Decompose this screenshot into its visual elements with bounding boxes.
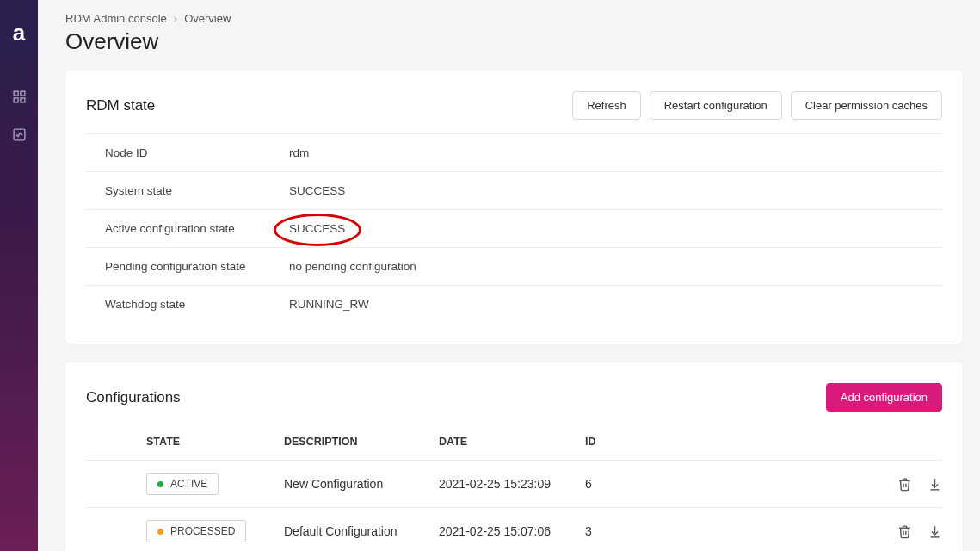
col-header-description: DESCRIPTION xyxy=(284,436,439,448)
state-value: SUCCESS xyxy=(289,184,345,197)
state-label: Pending configuration state xyxy=(105,260,289,273)
state-value: SUCCESS xyxy=(289,222,345,235)
cell-date: 2021-02-25 15:23:09 xyxy=(439,477,585,491)
config-table-header: STATE DESCRIPTION DATE ID xyxy=(86,425,942,460)
state-label: System state xyxy=(105,184,289,197)
breadcrumb: RDM Admin console › Overview xyxy=(65,12,963,25)
status-text: ACTIVE xyxy=(170,478,207,490)
status-text: PROCESSED xyxy=(170,525,235,537)
main-content: RDM Admin console › Overview Overview RD… xyxy=(38,0,980,551)
trash-icon xyxy=(897,524,912,539)
cell-description: New Configuration xyxy=(284,477,439,491)
download-icon xyxy=(928,524,942,539)
download-icon xyxy=(928,477,942,492)
refresh-button[interactable]: Refresh xyxy=(572,91,641,120)
state-row: Active configuration state SUCCESS xyxy=(86,209,942,247)
svg-rect-3 xyxy=(20,97,24,102)
state-value: RUNNING_RW xyxy=(289,298,369,311)
state-label: Active configuration state xyxy=(105,222,289,235)
svg-rect-2 xyxy=(14,97,18,102)
state-card-title: RDM state xyxy=(86,97,155,115)
configurations-card: Configurations Add configuration STATE D… xyxy=(65,362,963,551)
breadcrumb-root[interactable]: RDM Admin console xyxy=(65,12,167,25)
state-row: System state SUCCESS xyxy=(86,171,942,209)
activity-icon xyxy=(12,127,27,142)
state-value-text: SUCCESS xyxy=(289,222,345,235)
status-dot-icon xyxy=(157,481,163,487)
state-row: Pending configuration state no pending c… xyxy=(86,247,942,285)
config-table: STATE DESCRIPTION DATE ID ACTIVE New Con… xyxy=(86,425,942,551)
col-header-id: ID xyxy=(585,436,873,448)
col-header-date: DATE xyxy=(439,436,585,448)
state-label: Node ID xyxy=(105,146,289,159)
svg-rect-1 xyxy=(20,91,24,96)
cell-date: 2021-02-25 15:07:06 xyxy=(439,524,585,538)
grid-icon xyxy=(12,90,27,104)
state-value: no pending configuration xyxy=(289,260,416,273)
sidebar: a xyxy=(0,0,38,551)
config-card-title: Configurations xyxy=(86,389,181,406)
trash-icon xyxy=(897,477,912,492)
sidebar-item-activity[interactable] xyxy=(0,115,38,153)
restart-config-button[interactable]: Restart configuration xyxy=(650,91,782,120)
breadcrumb-current: Overview xyxy=(184,12,231,25)
state-value: rdm xyxy=(289,146,309,159)
page-title: Overview xyxy=(65,28,963,55)
add-configuration-button[interactable]: Add configuration xyxy=(826,383,942,412)
delete-button[interactable] xyxy=(897,524,912,539)
table-row: ACTIVE New Configuration 2021-02-25 15:2… xyxy=(86,460,942,507)
cell-id: 6 xyxy=(585,477,873,491)
status-badge: PROCESSED xyxy=(146,520,246,542)
chevron-right-icon: › xyxy=(174,12,177,25)
status-dot-icon xyxy=(157,529,163,535)
state-row: Node ID rdm xyxy=(86,133,942,171)
sidebar-item-dashboard[interactable] xyxy=(0,77,38,115)
state-row: Watchdog state RUNNING_RW xyxy=(86,285,942,323)
cell-description: Default Configuration xyxy=(284,524,439,538)
state-card: RDM state Refresh Restart configuration … xyxy=(65,71,963,344)
cell-id: 3 xyxy=(585,524,873,538)
download-button[interactable] xyxy=(928,524,942,539)
clear-cache-button[interactable]: Clear permission caches xyxy=(791,91,942,120)
col-header-state: STATE xyxy=(146,436,284,448)
state-label: Watchdog state xyxy=(105,298,289,311)
delete-button[interactable] xyxy=(897,477,912,492)
logo-letter: a xyxy=(13,20,25,46)
table-row: PROCESSED Default Configuration 2021-02-… xyxy=(86,507,942,551)
app-logo[interactable]: a xyxy=(0,9,38,57)
download-button[interactable] xyxy=(928,477,942,492)
status-badge: ACTIVE xyxy=(146,473,219,495)
state-table: Node ID rdm System state SUCCESS Active … xyxy=(86,133,942,323)
svg-rect-0 xyxy=(14,91,18,96)
